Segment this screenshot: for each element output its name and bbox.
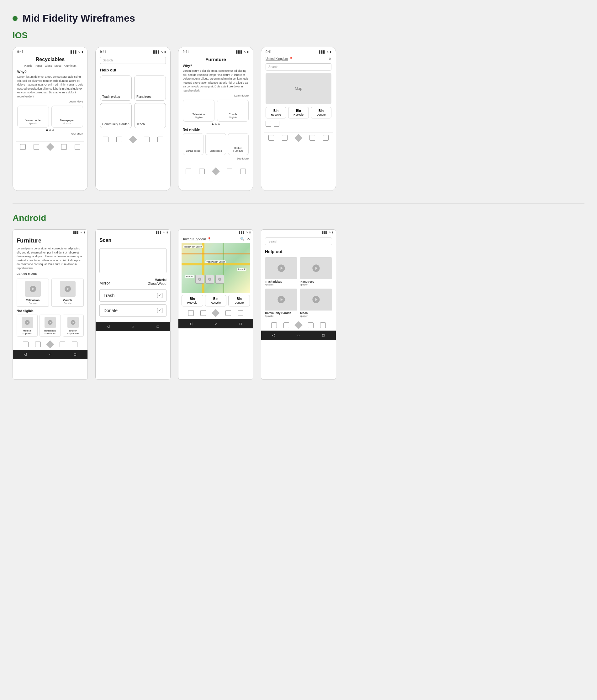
nav-icon-2c[interactable] [144,136,149,142]
ios-status-bar-4: 9:41 ▋▋▋ ∿ ▮ [264,50,333,54]
android-phones-row: ▋▋▋ ∿ ▮ Furniture Lorem ipsum dolor sit … [13,229,584,380]
android-home-btn-3[interactable]: ○ [213,322,219,326]
android-furn-nav-b[interactable] [35,342,41,347]
nav-icon-3c[interactable] [227,169,232,174]
android-help-nav-d[interactable] [320,322,326,328]
helpout-card-teach[interactable]: Teach [134,103,166,128]
android-map-nav-b[interactable] [200,310,206,316]
android-wifi-4: ∿ [329,231,331,234]
nav-icon-2b[interactable] [116,136,122,142]
android-menu-btn-2[interactable]: □ [154,324,161,329]
scan-viewfinder [99,248,167,273]
diamond-icon-2[interactable] [129,135,137,143]
android-furniture-learn-more[interactable]: LEARN MORE [17,272,84,275]
card-couch-label: Couch [229,113,237,116]
android-map-nav-d[interactable] [238,310,243,316]
page-header: Mid Fidelity Wireframes [13,12,584,24]
android-menu-btn-4[interactable]: □ [320,333,327,338]
android-map-location[interactable]: United Kingdom [182,237,206,241]
map-location-link[interactable]: United Kingdom [266,57,288,60]
nav-icon-3d[interactable] [240,169,246,174]
android-home-btn-2[interactable]: ○ [130,324,136,329]
android-bin-2: Bin Recycle [205,295,227,306]
android-map-nav-a[interactable] [188,310,194,316]
android-menu-btn-3[interactable]: □ [237,322,244,326]
android-map-nav-c[interactable] [225,310,231,316]
diamond-icon-1[interactable] [46,143,54,151]
android-furn-nav-a[interactable] [23,342,28,347]
helpout-card-plant[interactable]: Plant trees [134,76,166,101]
scan-option-trash[interactable]: Trash ✓ [99,289,167,302]
status-icons-3: ▋▋▋ ∿ ▮ [236,50,249,54]
android-help-nav-a[interactable] [271,322,277,328]
nav-icon-4d[interactable] [323,135,329,141]
nav-icon-3b[interactable] [199,169,205,174]
diamond-icon-3[interactable] [212,167,219,175]
android-help-card-teach[interactable]: Teach #paper [300,289,332,318]
ios-map-search[interactable]: Search [266,63,331,71]
android-help-nav-b[interactable] [283,322,289,328]
android-furn-diamond[interactable] [46,340,54,348]
android-help-card-trash[interactable]: Trash pickup #plastic [265,257,297,286]
map-nav-icon-a[interactable] [266,121,271,127]
not-eligible-title: Not eligible [183,128,249,131]
scan-trash-checkbox[interactable]: ✓ [157,293,162,298]
android-bin-label-2: Bin [207,297,225,300]
android-search-input[interactable]: Search [265,238,332,245]
learn-more-1[interactable]: Learn More [17,100,83,103]
nav-icon-1d[interactable] [75,144,80,150]
helpout-content: Search Help out Trash pickup Plant trees… [99,56,167,131]
ios-search-bar[interactable]: Search [100,57,166,64]
map-label-vw: Volkswagen Bolton [206,260,226,263]
nav-icon-1c[interactable] [61,144,67,150]
android-close-icon[interactable]: ✕ [247,237,250,241]
helpout-card-trash[interactable]: Trash pickup [100,76,132,101]
nav-icon-4b[interactable] [282,135,288,141]
android-back-btn-3[interactable]: ◁ [188,322,194,326]
android-menu-btn-1[interactable]: □ [72,352,78,356]
android-search-icon[interactable]: 🔍 [240,237,244,241]
android-medical-img [22,317,33,328]
map-nav-icon-b[interactable] [274,121,279,127]
android-screen-furniture: ▋▋▋ ∿ ▮ Furniture Lorem ipsum dolor sit … [13,229,88,380]
android-help-card-garden[interactable]: Community Garden #plastic [265,289,297,318]
android-home-btn-4[interactable]: ○ [295,333,302,338]
android-help-trash-img [265,257,297,279]
nav-icon-4a[interactable] [268,135,274,141]
why-title-1: Why? [17,70,83,74]
diamond-icon-4[interactable] [294,134,302,142]
nav-icon-4c[interactable] [309,135,315,141]
nav-icon-1a[interactable] [20,144,26,150]
android-furn-nav-d[interactable] [72,342,77,347]
scan-option-donate[interactable]: Donate ✓ [99,304,167,317]
android-back-btn-4[interactable]: ◁ [270,333,277,338]
learn-more-3[interactable]: Learn More [183,94,249,97]
android-help-card-plant[interactable]: Plant trees #paper [300,257,332,286]
nav-icon-1b[interactable] [33,144,39,150]
android-furn-nav-c[interactable] [59,342,65,347]
android-home-btn-1[interactable]: ○ [47,352,53,356]
android-back-btn-1[interactable]: ◁ [22,352,28,356]
android-help-nav-c[interactable] [308,322,314,328]
ios-map-placeholder: Map [266,73,331,104]
card-television: Television Eligible [183,100,214,122]
scan-material-value: Glass/Wood [148,282,167,285]
see-more-1[interactable]: See More [17,132,83,136]
android-couch-sub: Donate [64,302,72,305]
wifi-icon-4: ∿ [327,50,329,54]
see-more-3[interactable]: See More [183,157,249,160]
android-card-broken-appliances: Broken appliances [63,315,84,336]
bin-sub-2: Recycle [290,113,307,116]
ios-bin-row: Bin Recycle Bin Recycle Bin Donate [266,107,331,119]
android-map-header: United Kingdom 📍 🔍 ✕ [182,237,250,241]
nav-icon-3a[interactable] [186,169,191,174]
scan-donate-checkbox[interactable]: ✓ [157,308,162,313]
android-back-btn-2[interactable]: ◁ [105,324,111,329]
close-icon-map[interactable]: ✕ [329,57,331,61]
helpout-card-garden[interactable]: Community Garden [100,103,132,128]
page-title: Mid Fidelity Wireframes [23,12,135,24]
android-help-diamond[interactable] [294,321,302,329]
nav-icon-2d[interactable] [158,136,163,142]
nav-icon-2a[interactable] [103,136,109,142]
android-map-diamond[interactable] [212,309,219,317]
